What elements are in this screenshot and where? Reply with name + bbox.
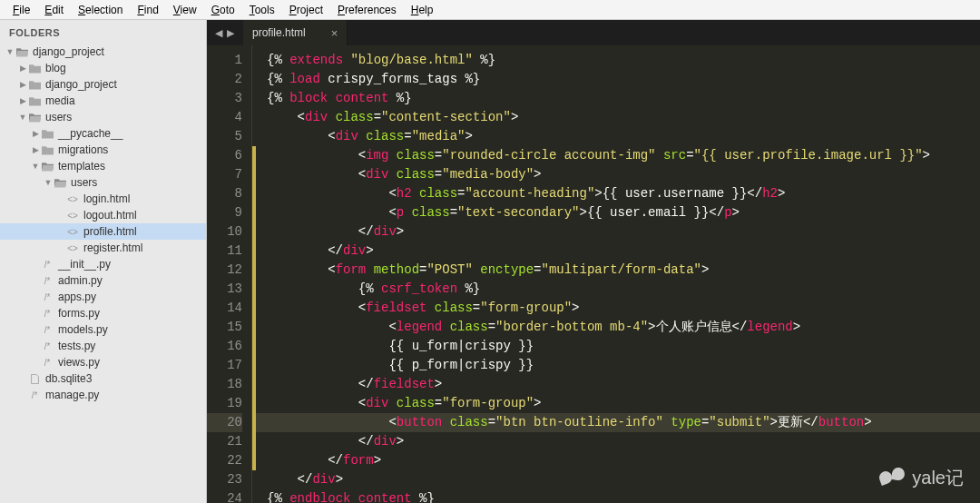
menu-preferences[interactable]: Preferences <box>330 2 404 18</box>
code-line-22[interactable]: </form> <box>267 451 980 470</box>
code-line-8[interactable]: <h2 class="account-heading">{{ user.user… <box>267 184 980 203</box>
code-line-12[interactable]: <form method="POST" enctype="multipart/f… <box>267 261 980 280</box>
code-line-2[interactable]: {% load crispy_forms_tags %} <box>267 70 980 89</box>
folder--pycache-[interactable]: ▶__pycache__ <box>0 125 206 142</box>
folder-django-project[interactable]: ▼django_project <box>0 44 206 60</box>
menu-view[interactable]: View <box>166 2 204 18</box>
menubar: FileEditSelectionFindViewGotoToolsProjec… <box>0 0 980 20</box>
file-apps-py[interactable]: /*apps.py <box>0 289 206 305</box>
tree-item-label: apps.py <box>58 291 96 303</box>
menu-project[interactable]: Project <box>282 2 330 18</box>
python-file-icon: /* <box>40 307 54 320</box>
code-line-14[interactable]: <fieldset class="form-group"> <box>267 299 980 318</box>
disclosure-triangle-icon[interactable]: ▶ <box>31 129 40 138</box>
sidebar: FOLDERS ▼django_project▶blog▶django_proj… <box>0 20 207 503</box>
tab-profile-html[interactable]: profile.html × <box>243 20 348 45</box>
wechat-icon <box>879 468 905 489</box>
code-line-11[interactable]: </div> <box>267 242 980 261</box>
html-file-icon: <> <box>65 192 80 205</box>
file--init-py[interactable]: /*__init__.py <box>0 256 206 272</box>
code-line-4[interactable]: <div class="content-section"> <box>267 108 980 127</box>
python-file-icon: /* <box>40 323 54 336</box>
file-views-py[interactable]: /*views.py <box>0 354 206 370</box>
disclosure-triangle-icon[interactable]: ▼ <box>18 113 27 122</box>
code-line-17[interactable]: {{ p_form|crispy }} <box>267 356 980 375</box>
tree-item-label: db.sqlite3 <box>45 372 92 385</box>
file-manage-py[interactable]: /*manage.py <box>0 387 206 403</box>
menu-edit[interactable]: Edit <box>37 2 71 18</box>
disclosure-triangle-icon[interactable]: ▼ <box>5 47 15 56</box>
tree-item-label: register.html <box>83 242 142 254</box>
file-forms-py[interactable]: /*forms.py <box>0 305 206 321</box>
folder-users[interactable]: ▼users <box>0 109 206 125</box>
tree-item-label: admin.py <box>58 274 103 287</box>
tree-item-label: django_project <box>45 78 117 91</box>
file-db-sqlite3[interactable]: db.sqlite3 <box>0 370 206 387</box>
code-line-20[interactable]: <button class="btn btn-outline-info" typ… <box>256 413 980 432</box>
code-line-16[interactable]: {{ u_form|crispy }} <box>267 337 980 356</box>
workspace: FOLDERS ▼django_project▶blog▶django_proj… <box>0 20 980 503</box>
file-tests-py[interactable]: /*tests.py <box>0 338 206 354</box>
file-models-py[interactable]: /*models.py <box>0 321 206 338</box>
python-file-icon: /* <box>40 356 54 369</box>
folder-open-icon <box>53 176 67 189</box>
disclosure-triangle-icon[interactable]: ▼ <box>44 178 53 187</box>
tab-nav-arrows[interactable]: ◀ ▶ <box>207 20 243 45</box>
tree-item-label: django_project <box>33 45 104 58</box>
menu-help[interactable]: Help <box>404 2 441 18</box>
code-line-5[interactable]: <div class="media"> <box>267 127 980 146</box>
tree-item-label: logout.html <box>83 209 137 222</box>
tree-item-label: __pycache__ <box>58 127 122 140</box>
code-line-19[interactable]: <div class="form-group"> <box>267 394 980 413</box>
folder-open-icon <box>40 160 54 173</box>
html-file-icon: <> <box>65 242 80 254</box>
code-line-7[interactable]: <div class="media-body"> <box>267 165 980 184</box>
tree-item-label: tests.py <box>58 340 95 352</box>
disclosure-triangle-icon[interactable]: ▶ <box>18 96 27 105</box>
disclosure-triangle-icon[interactable]: ▶ <box>31 145 40 154</box>
menu-file[interactable]: File <box>5 2 37 18</box>
folder-icon <box>27 94 42 107</box>
tree-item-label: blog <box>45 62 66 74</box>
folder-open-icon <box>15 45 29 58</box>
menu-goto[interactable]: Goto <box>204 2 242 18</box>
folder-blog[interactable]: ▶blog <box>0 60 206 76</box>
code-line-6[interactable]: <img class="rounded-circle account-img" … <box>267 146 980 165</box>
menu-tools[interactable]: Tools <box>242 2 282 18</box>
code-line-10[interactable]: </div> <box>267 222 980 242</box>
file-logout-html[interactable]: <>logout.html <box>0 207 206 223</box>
code-line-13[interactable]: {% csrf_token %} <box>267 280 980 299</box>
close-icon[interactable]: × <box>331 26 338 40</box>
code-line-21[interactable]: </div> <box>267 432 980 451</box>
python-file-icon: /* <box>27 389 42 401</box>
code-line-24[interactable]: {% endblock content %} <box>267 489 980 503</box>
code-line-15[interactable]: <legend class="border-bottom mb-4">个人账户信… <box>267 318 980 337</box>
folder-users[interactable]: ▼users <box>0 174 206 191</box>
file-login-html[interactable]: <>login.html <box>0 191 206 207</box>
file-profile-html[interactable]: <>profile.html <box>0 223 206 240</box>
folder-tree: ▼django_project▶blog▶django_project▶medi… <box>0 44 206 403</box>
code-line-3[interactable]: {% block content %} <box>267 89 980 108</box>
file-admin-py[interactable]: /*admin.py <box>0 272 206 289</box>
code-line-9[interactable]: <p class="text-secondary">{{ user.email … <box>267 203 980 222</box>
menu-selection[interactable]: Selection <box>71 2 130 18</box>
disclosure-triangle-icon[interactable]: ▶ <box>18 80 27 89</box>
folder-django-project[interactable]: ▶django_project <box>0 76 206 93</box>
watermark-text: yale记 <box>912 466 964 490</box>
folder-templates[interactable]: ▼templates <box>0 158 206 174</box>
file-register-html[interactable]: <>register.html <box>0 240 206 256</box>
tree-item-label: views.py <box>58 356 100 369</box>
code-line-18[interactable]: </fieldset> <box>267 375 980 394</box>
code-line-23[interactable]: </div> <box>267 470 980 489</box>
tabbar: ◀ ▶ profile.html × <box>207 20 980 45</box>
folder-migrations[interactable]: ▶migrations <box>0 142 206 158</box>
folder-icon <box>27 78 42 91</box>
code-line-1[interactable]: {% extends "blog/base.html" %} <box>267 51 980 70</box>
folder-media[interactable]: ▶media <box>0 93 206 109</box>
disclosure-triangle-icon[interactable]: ▶ <box>18 64 27 73</box>
disclosure-triangle-icon[interactable]: ▼ <box>31 162 40 171</box>
code-content[interactable]: {% extends "blog/base.html" %}{% load cr… <box>256 45 980 503</box>
menu-find[interactable]: Find <box>130 2 165 18</box>
line-number-gutter: 123456789101112131415161718192021222324 <box>207 45 252 503</box>
code-area[interactable]: 123456789101112131415161718192021222324 … <box>207 45 980 503</box>
